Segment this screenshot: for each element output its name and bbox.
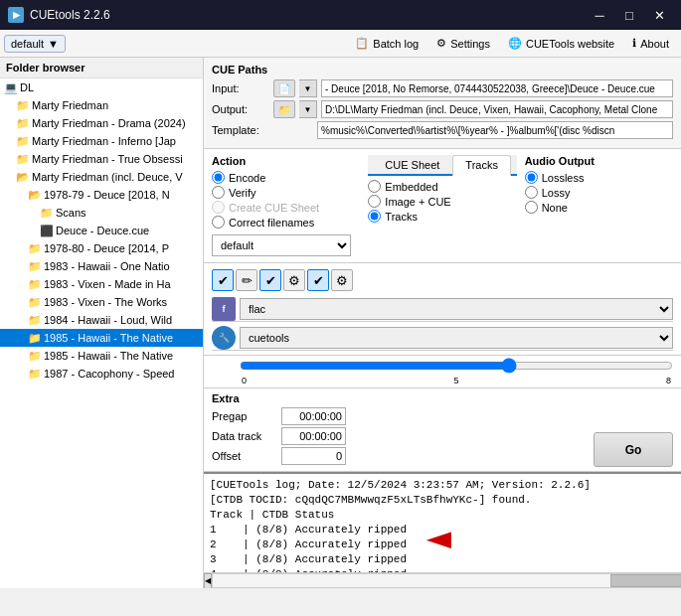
tree-item-inferno[interactable]: 📁 Marty Friedman - Inferno [Jap	[0, 132, 203, 150]
processor-select[interactable]: cuetools	[240, 327, 673, 349]
app-icon: ▶	[8, 7, 24, 23]
encode-option[interactable]: Encode	[212, 171, 360, 184]
input-label: Input:	[212, 82, 269, 94]
drive-icon: 💻	[4, 79, 18, 95]
log-line-0: [CUETools log; Date: 12/5/2024 3:23:57 A…	[210, 478, 675, 493]
folder-icon: 📁	[16, 133, 30, 149]
scroll-left-button[interactable]: ◀	[204, 573, 212, 589]
pregap-label: Pregap	[212, 410, 281, 422]
tree-item-hawaii-native-1[interactable]: 📁 1985 - Hawaii - The Native	[0, 329, 203, 347]
create-cue-option[interactable]: Create CUE Sheet	[212, 201, 360, 214]
maximize-button[interactable]: □	[615, 4, 643, 26]
tree-item-deuce-2018[interactable]: 📂 1978-79 - Deuce [2018, N	[0, 186, 203, 204]
settings-menu[interactable]: ⚙ Settings	[428, 34, 498, 53]
data-track-row: Data track	[212, 427, 586, 445]
folder-icon: 📁	[28, 348, 42, 364]
quality-slider-section: 0 5 8	[204, 356, 681, 388]
folder-icon: 📁	[28, 240, 42, 256]
template-row: Template: %music%\Converted\%artist%\[%y…	[212, 121, 673, 139]
tracks-option[interactable]: Tracks	[368, 210, 516, 223]
minimize-button[interactable]: ─	[586, 4, 613, 26]
output-dropdown-button[interactable]: ▼	[299, 100, 317, 118]
cue-paths-title: CUE Paths	[212, 64, 673, 76]
mode-section: CUE Sheet Tracks Embedded Image + CUE Tr…	[368, 155, 516, 256]
toolbar-check-1[interactable]: ✔	[212, 269, 234, 291]
tree-item-marty[interactable]: 📁 Marty Friedman	[0, 96, 203, 114]
input-dropdown-button[interactable]: ▼	[299, 79, 317, 97]
data-track-input[interactable]	[281, 427, 346, 445]
log-container: [CUETools log; Date: 12/5/2024 3:23:57 A…	[204, 472, 681, 588]
format-select[interactable]: flac	[240, 298, 673, 320]
toolbar-edit[interactable]: ✏	[236, 269, 257, 291]
batch-log-menu[interactable]: 📋 Batch log	[347, 34, 426, 53]
tree-item-deuce-2014[interactable]: 📁 1978-80 - Deuce [2014, P	[0, 239, 203, 257]
offset-input[interactable]	[281, 447, 346, 465]
tree-item-hawaii-loud[interactable]: 📁 1984 - Hawaii - Loud, Wild	[0, 311, 203, 329]
tree-item-marty-incl[interactable]: 📂 Marty Friedman (incl. Deuce, V	[0, 168, 203, 186]
folder-icon: 📁	[16, 97, 30, 113]
slider-max-label: 8	[666, 376, 671, 385]
action-dropdown[interactable]: default	[212, 234, 351, 256]
go-button[interactable]: Go	[594, 432, 673, 467]
log-line-6: 4 | (8/8) Accurately ripped	[210, 567, 675, 572]
tab-cue-sheet[interactable]: CUE Sheet	[372, 155, 452, 174]
toolbar-settings[interactable]: ⚙	[331, 269, 353, 291]
toolbar-check-2[interactable]: ✔	[259, 269, 281, 291]
close-button[interactable]: ✕	[645, 4, 673, 26]
lossless-option[interactable]: Lossless	[525, 171, 673, 184]
website-menu[interactable]: 🌐 CUETools website	[500, 34, 622, 53]
input-browse-button[interactable]: 📄	[273, 79, 295, 97]
lossy-option[interactable]: Lossy	[525, 186, 673, 199]
pregap-input[interactable]	[281, 407, 346, 425]
folder-icon: 📁	[28, 312, 42, 328]
title-bar: ▶ CUEtools 2.2.6 ─ □ ✕	[0, 0, 681, 30]
correct-filenames-option[interactable]: Correct filenames	[212, 216, 360, 229]
main-area: Folder browser 💻 DL 📁 Marty Friedman 📁 M…	[0, 58, 681, 588]
scroll-thumb[interactable]	[610, 574, 681, 587]
tree-item-drama[interactable]: 📁 Marty Friedman - Drama (2024)	[0, 114, 203, 132]
input-path-value: - Deuce [2018, No Remorse, 0744430522038…	[321, 79, 673, 97]
tree-item-hawaii-native-2[interactable]: 📁 1985 - Hawaii - The Native	[0, 347, 203, 365]
tab-tracks[interactable]: Tracks	[452, 155, 511, 176]
tree-item-vixen-works[interactable]: 📁 1983 - Vixen - The Works	[0, 293, 203, 311]
profile-dropdown[interactable]: default ▼	[4, 35, 66, 53]
folder-icon: 📁	[28, 258, 42, 274]
embedded-option[interactable]: Embedded	[368, 180, 516, 193]
tree-item-hawaii-one-natio[interactable]: 📁 1983 - Hawaii - One Natio	[0, 257, 203, 275]
slider-min-label: 0	[242, 376, 247, 385]
tree-item-scans[interactable]: 📁 Scans	[0, 204, 203, 222]
slider-labels: 0 5 8	[240, 376, 673, 385]
toolbar: ✔ ✏ ✔ ⚙ ✔ ⚙	[212, 267, 673, 293]
horizontal-scrollbar[interactable]: ◀ ▶	[204, 572, 681, 588]
menu-bar: default ▼ 📋 Batch log ⚙ Settings 🌐 CUETo…	[0, 30, 681, 58]
toolbar-check-3[interactable]: ✔	[307, 269, 329, 291]
data-track-label: Data track	[212, 430, 281, 442]
verify-option[interactable]: Verify	[212, 186, 360, 199]
encoder-section: ✔ ✏ ✔ ⚙ ✔ ⚙ f flac 🔧 cuetools	[204, 263, 681, 356]
info-icon: ℹ	[632, 37, 636, 50]
folder-icon: 📁	[28, 330, 42, 346]
options-row: Action Encode Verify Create CUE Sheet Co…	[204, 149, 681, 263]
tree-item-cue-file[interactable]: ⬛ Deuce - Deuce.cue	[0, 222, 203, 239]
log-area: [CUETools log; Date: 12/5/2024 3:23:57 A…	[204, 472, 681, 572]
pregap-row: Pregap	[212, 407, 586, 425]
image-cue-option[interactable]: Image + CUE	[368, 195, 516, 208]
output-browse-button[interactable]: 📁	[273, 100, 295, 118]
tree-item-vixen-made[interactable]: 📁 1983 - Vixen - Made in Ha	[0, 275, 203, 293]
scroll-track[interactable]	[212, 573, 681, 588]
none-option[interactable]: None	[525, 201, 673, 214]
encoder-row: f flac	[212, 297, 673, 322]
toolbar-gear[interactable]: ⚙	[283, 269, 305, 291]
tree-item-cacophony[interactable]: 📁 1987 - Cacophony - Speed	[0, 365, 203, 383]
output-label: Output:	[212, 103, 269, 115]
folder-icon: 📁	[28, 276, 42, 292]
cuetools-row: 🔧 cuetools	[212, 322, 673, 351]
tree-item-dl[interactable]: 💻 DL	[0, 78, 203, 96]
quality-slider[interactable]	[240, 358, 673, 374]
template-path-value[interactable]: %music%\Converted\%artist%\[%year% - ]%a…	[317, 121, 673, 139]
batch-log-icon: 📋	[355, 37, 369, 50]
about-menu[interactable]: ℹ About	[624, 34, 677, 53]
cuetools-icon: 🔧	[212, 326, 236, 350]
tree-item-true[interactable]: 📁 Marty Friedman - True Obsessi	[0, 150, 203, 168]
folder-icon: 📁	[28, 366, 42, 382]
